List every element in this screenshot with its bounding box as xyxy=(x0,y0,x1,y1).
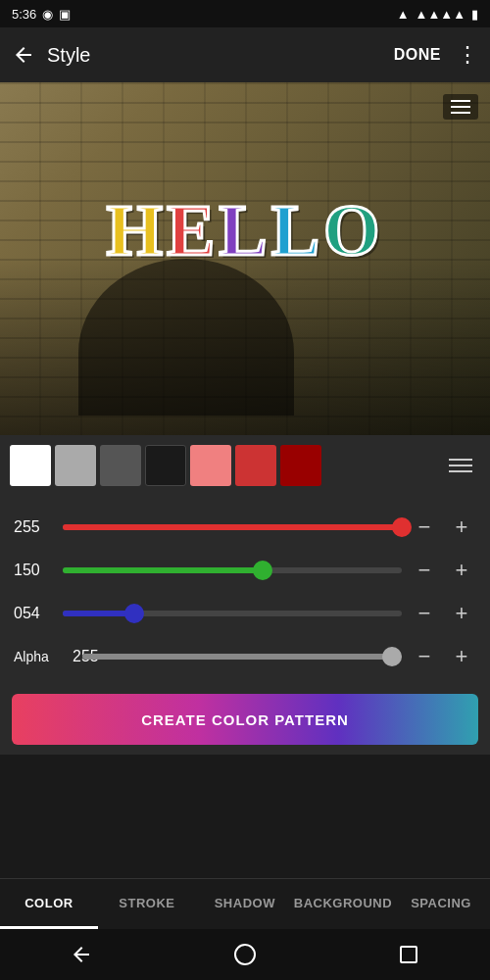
letter-h: H xyxy=(106,189,167,272)
letter-e: E xyxy=(167,189,219,272)
nav-home-circle xyxy=(234,944,256,965)
menu-line xyxy=(451,106,470,108)
status-time: 5:36 xyxy=(12,7,36,22)
nav-bar xyxy=(0,929,490,980)
back-button[interactable] xyxy=(12,43,35,67)
swatch-menu-button[interactable] xyxy=(449,450,480,481)
nav-recents-button[interactable] xyxy=(384,935,433,974)
create-color-pattern-button[interactable]: CREATE COLOR PATTERN xyxy=(12,694,478,745)
blue-plus-button[interactable]: + xyxy=(447,599,476,628)
swatch-darkgray[interactable] xyxy=(100,445,141,486)
green-value-label: 150 xyxy=(14,562,55,579)
tab-background[interactable]: BACKGROUND xyxy=(294,879,392,929)
alpha-label: Alpha xyxy=(14,649,65,664)
nav-recents-square xyxy=(400,946,417,963)
swatch-lightgray[interactable] xyxy=(55,445,96,486)
red-value-label: 255 xyxy=(14,518,55,536)
create-btn-wrap: CREATE COLOR PATTERN xyxy=(0,688,490,755)
alpha-slider-fill xyxy=(82,654,392,660)
blue-slider-row: 054 − + xyxy=(14,592,476,635)
red-slider-fill xyxy=(63,524,402,530)
blue-value-label: 054 xyxy=(14,605,55,622)
alpha-minus-button[interactable]: − xyxy=(410,642,439,671)
wifi-icon: ▲ xyxy=(397,7,410,22)
green-minus-button[interactable]: − xyxy=(410,556,439,585)
red-slider-track[interactable] xyxy=(63,524,402,530)
menu-line xyxy=(451,112,470,114)
nav-home-button[interactable] xyxy=(220,935,270,974)
tab-color[interactable]: COLOR xyxy=(0,879,98,929)
tab-shadow[interactable]: SHADOW xyxy=(196,879,294,929)
preview-menu-button[interactable] xyxy=(443,94,478,120)
swatch-darkred[interactable] xyxy=(280,445,321,486)
color-swatches-row xyxy=(0,435,490,496)
preview-image-bg: H E L L O xyxy=(0,82,490,435)
menu-icon-line xyxy=(449,465,472,466)
menu-icon-line xyxy=(449,470,472,472)
nav-back-button[interactable] xyxy=(57,935,106,974)
alpha-plus-button[interactable]: + xyxy=(447,642,476,671)
storage-icon: ▣ xyxy=(59,7,71,22)
blue-slider-track[interactable] xyxy=(63,611,402,616)
letter-o: O xyxy=(323,189,384,272)
sliders-area: 255 − + 150 − + 054 − + Alpha 255 xyxy=(0,496,490,688)
swatch-black[interactable] xyxy=(145,445,186,486)
red-plus-button[interactable]: + xyxy=(447,513,476,542)
bottom-tabs: COLOR STROKE SHADOW BACKGROUND SPACING xyxy=(0,878,490,929)
app-bar: Style DONE ⋮ xyxy=(0,27,490,82)
hello-text: H E L L O xyxy=(106,189,383,272)
tab-stroke[interactable]: STROKE xyxy=(98,879,196,929)
letter-l2: L xyxy=(271,189,323,272)
sim-icon: ◉ xyxy=(42,7,53,22)
green-slider-track[interactable] xyxy=(63,567,402,573)
green-plus-button[interactable]: + xyxy=(447,556,476,585)
green-slider-fill xyxy=(63,567,263,573)
tab-spacing[interactable]: SPACING xyxy=(392,879,490,929)
status-bar: 5:36 ◉ ▣ ▲ ▲▲▲▲ ▮ xyxy=(0,0,490,27)
blue-slider-thumb[interactable] xyxy=(124,604,144,623)
menu-line xyxy=(451,100,470,102)
app-bar-title: Style xyxy=(47,44,90,67)
done-button[interactable]: DONE xyxy=(394,46,441,64)
swatch-red[interactable] xyxy=(235,445,276,486)
menu-icon-line xyxy=(449,459,472,461)
alpha-slider-track[interactable] xyxy=(82,654,402,660)
alpha-slider-row: Alpha 255 − + xyxy=(14,635,476,678)
red-minus-button[interactable]: − xyxy=(410,513,439,542)
green-slider-thumb[interactable] xyxy=(253,561,272,580)
more-options-button[interactable]: ⋮ xyxy=(457,42,478,68)
battery-icon: ▮ xyxy=(471,7,478,22)
alpha-slider-thumb[interactable] xyxy=(382,647,402,666)
green-slider-row: 150 − + xyxy=(14,549,476,592)
swatch-white[interactable] xyxy=(10,445,51,486)
red-slider-row: 255 − + xyxy=(14,506,476,549)
preview-area: H E L L O xyxy=(0,82,490,435)
red-slider-thumb[interactable] xyxy=(392,517,412,537)
blue-minus-button[interactable]: − xyxy=(410,599,439,628)
signal-icon: ▲▲▲▲ xyxy=(416,7,466,22)
letter-l1: L xyxy=(219,189,270,272)
swatch-lightred[interactable] xyxy=(190,445,231,486)
